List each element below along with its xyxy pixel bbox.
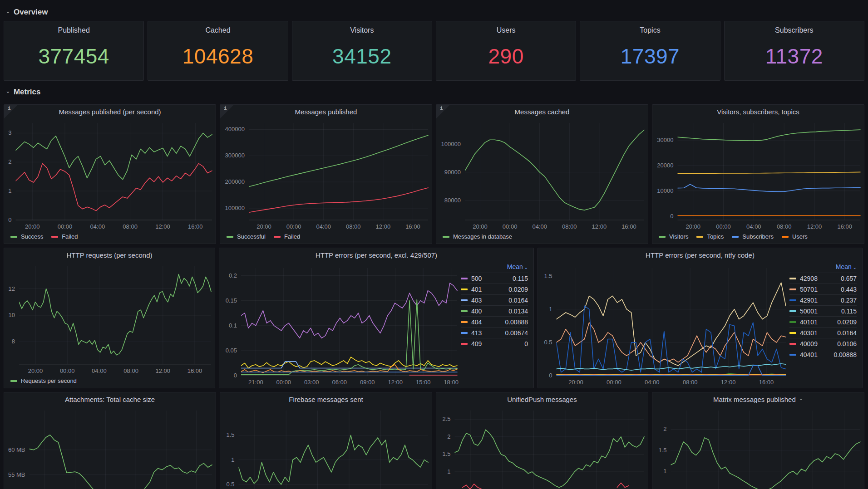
- y-axis-tick-label: 1.5: [226, 431, 234, 438]
- panel-http-errors-per-second-ntfy-code: HTTP errors (per second, ntfy code)20:00…: [538, 248, 863, 388]
- x-axis-tick-label: 16:00: [621, 223, 636, 230]
- chart-area[interactable]: 20:0000:0004:0008:0012:0016:000100002000…: [652, 118, 864, 232]
- series-color-swatch: [461, 321, 468, 323]
- legend: VisitorsTopicsSubscribersUsers: [652, 232, 864, 244]
- section-row-metrics[interactable]: ⌄ Metrics: [4, 83, 864, 101]
- series-line-401: [241, 357, 457, 368]
- panel-title[interactable]: Messages published (per second): [4, 105, 216, 118]
- chart-area[interactable]: 11.522.5: [436, 406, 648, 489]
- series-label: Success: [21, 233, 43, 240]
- series-mean-value: 0.0209: [508, 286, 528, 293]
- legend-table-row[interactable]: 429010.237: [789, 294, 857, 305]
- mean-label: Mean: [836, 263, 852, 270]
- y-axis-tick-label: 12: [9, 285, 15, 292]
- stat-panel-cached: Cached104628: [148, 21, 288, 81]
- panel-attachments-total-cache-size: Attachments: Total cache size55 MB60 MB: [4, 392, 216, 489]
- panel-info-corner[interactable]: [4, 105, 18, 118]
- legend-table-row[interactable]: 4130.00674: [461, 327, 528, 338]
- series-mean-value: 0.0134: [508, 308, 528, 315]
- panel-info-corner[interactable]: [220, 105, 234, 118]
- panel-title[interactable]: Visitors, subscribers, topics: [652, 105, 864, 118]
- legend-table-row[interactable]: 4010.0209: [461, 284, 528, 294]
- x-axis-tick-label: 00:00: [60, 367, 75, 374]
- legend-item[interactable]: Failed: [274, 233, 300, 240]
- panel-unifiedpush-messages: UnifiedPush messages11.522.5: [436, 392, 648, 489]
- panel-messages-published-per-second: iMessages published (per second)20:0000:…: [4, 104, 216, 244]
- x-axis-tick-label: 04:00: [316, 223, 331, 230]
- legend-item[interactable]: Messages in database: [443, 233, 512, 240]
- x-axis-tick-label: 20:00: [28, 367, 43, 374]
- series-color-swatch: [461, 278, 468, 279]
- y-axis-tick-label: 60 MB: [8, 446, 25, 453]
- chart-area[interactable]: 20:0000:0004:0008:0012:0016:0081012: [4, 262, 215, 377]
- legend-item[interactable]: Subscribers: [732, 233, 774, 240]
- info-icon[interactable]: i: [440, 105, 443, 111]
- x-axis-tick-label: 04:00: [90, 223, 105, 230]
- series-line-requests-per-second: [19, 274, 211, 355]
- chart-area[interactable]: 55 MB60 MB: [4, 406, 216, 489]
- y-axis-tick-label: 1.5: [544, 273, 552, 279]
- chart-area[interactable]: 21:0000:0003:0006:0009:0012:0015:0018:00…: [219, 262, 461, 388]
- stat-panel-subscribers: Subscribers11372: [724, 21, 864, 81]
- panel-title[interactable]: Messages published: [220, 105, 432, 118]
- panel-title[interactable]: HTTP errors (per second, excl. 429/507): [219, 248, 533, 262]
- chart-area[interactable]: 20:0000:0004:0008:0012:0016:0000.511.5: [538, 262, 789, 388]
- series-color-swatch: [461, 343, 468, 345]
- chart-area[interactable]: 20:0000:0004:0008:0012:0016:000123: [4, 118, 216, 232]
- legend-item[interactable]: Successful: [227, 233, 266, 240]
- series-line-subscribers: [678, 184, 861, 191]
- legend-table-row[interactable]: 401010.0209: [789, 316, 857, 327]
- legend-table-row[interactable]: 500010.115: [789, 305, 857, 316]
- panel-title[interactable]: Attachments: Total cache size: [4, 392, 216, 406]
- legend-table-row[interactable]: 5000.115: [461, 273, 528, 284]
- section-row-overview[interactable]: ⌄ Overview: [4, 4, 864, 21]
- legend-table-row[interactable]: 4030.0164: [461, 294, 528, 305]
- chart-area[interactable]: 0.511.52: [652, 406, 864, 489]
- info-icon[interactable]: i: [224, 105, 227, 111]
- series-color-swatch: [227, 236, 233, 238]
- panel-title[interactable]: HTTP requests (per second): [4, 248, 215, 262]
- legend-item[interactable]: Requests per second: [10, 377, 77, 384]
- x-axis-tick-label: 04:00: [92, 367, 107, 374]
- legend-item[interactable]: Topics: [696, 233, 724, 240]
- metrics-row-3: Attachments: Total cache size55 MB60 MBF…: [4, 392, 864, 489]
- series-color-swatch: [789, 343, 796, 345]
- legend-table-row[interactable]: 429080.657: [789, 273, 857, 284]
- legend-table-row[interactable]: 507010.443: [789, 284, 857, 294]
- legend-table-row[interactable]: 4000.0134: [461, 305, 528, 316]
- series-label: Users: [792, 233, 808, 240]
- series-line-unifiedpush-sent: [455, 430, 645, 487]
- legend-mean-header[interactable]: Mean ⌄: [461, 262, 528, 273]
- panel-menu-chevron-icon[interactable]: ⌄: [799, 396, 803, 401]
- info-icon[interactable]: i: [8, 105, 11, 111]
- series-color-swatch: [789, 278, 796, 279]
- legend-table-row[interactable]: 400090.0106: [789, 338, 857, 349]
- legend-table-row[interactable]: 404010.00888: [789, 349, 857, 360]
- legend-item[interactable]: Failed: [51, 233, 78, 240]
- panel-title[interactable]: Firebase messages sent: [220, 392, 432, 406]
- mean-label: Mean: [507, 263, 523, 270]
- legend-table-row[interactable]: 4040.00888: [461, 316, 528, 327]
- x-axis-tick-label: 21:00: [248, 379, 263, 386]
- legend-item[interactable]: Success: [10, 233, 43, 240]
- x-axis-tick-label: 08:00: [123, 223, 138, 230]
- chart-area[interactable]: 0.511.5: [220, 406, 432, 489]
- legend-table-row[interactable]: 403010.0164: [789, 327, 857, 338]
- panel-title[interactable]: Matrix messages published⌄: [652, 392, 864, 406]
- series-mean-value: 0.0106: [837, 340, 857, 347]
- legend-item[interactable]: Users: [782, 233, 808, 240]
- panel-title[interactable]: HTTP errors (per second, ntfy code): [538, 248, 862, 262]
- legend-table: Mean ⌄429080.657507010.443429010.2375000…: [789, 262, 862, 388]
- panel-title[interactable]: UnifiedPush messages: [436, 392, 648, 406]
- chart-area[interactable]: 20:0000:0004:0008:0012:0016:008000090000…: [436, 118, 648, 232]
- panel-info-corner[interactable]: [436, 105, 450, 118]
- x-axis-tick-label: 12:00: [156, 367, 171, 374]
- panel-title[interactable]: Messages cached: [436, 105, 648, 118]
- stat-panel-published: Published377454: [4, 21, 144, 81]
- chart-area[interactable]: 20:0000:0004:0008:0012:0016:001000002000…: [220, 118, 432, 232]
- legend-table-row[interactable]: 4090: [461, 338, 528, 349]
- legend-item[interactable]: Visitors: [659, 233, 688, 240]
- series-color-swatch: [782, 236, 789, 238]
- series-mean-value: 0.0164: [837, 329, 857, 337]
- legend-mean-header[interactable]: Mean ⌄: [789, 262, 857, 273]
